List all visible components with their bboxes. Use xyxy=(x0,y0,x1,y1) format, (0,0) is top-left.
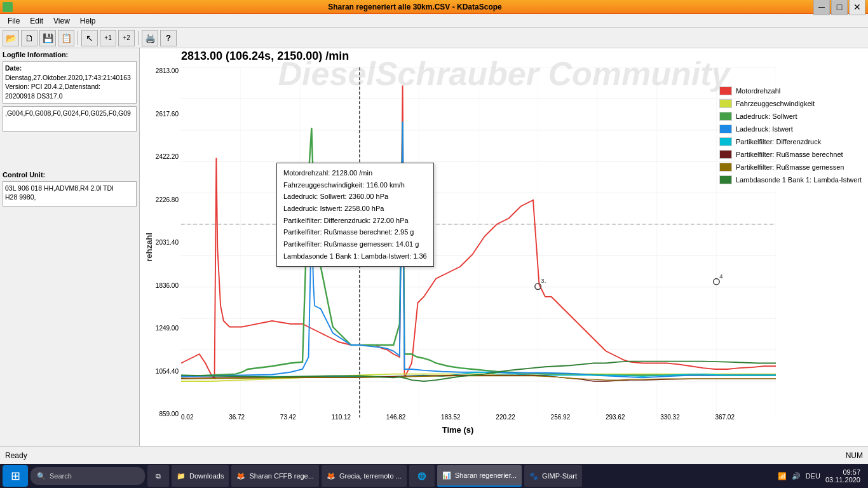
print-button[interactable]: 🖨️ xyxy=(142,30,158,46)
menu-file[interactable]: File xyxy=(3,15,25,27)
save-button[interactable]: 💾 xyxy=(39,30,56,46)
folder-icon: 📁 xyxy=(177,472,186,480)
status-text: Ready xyxy=(5,451,27,460)
separator2 xyxy=(138,31,139,45)
y-label-6: 1249.00 xyxy=(140,325,181,332)
taskbar-app-downloads[interactable]: 📁 Downloads xyxy=(172,465,229,487)
y-label-5: 1836.00 xyxy=(140,282,181,289)
taskbar-app-edge[interactable]: 🌐 xyxy=(409,465,435,487)
tooltip-line-0: Motordrehzahl: 2128.00 /min xyxy=(283,167,427,179)
tooltip-line-3: Ladedruck: Istwert: 2258.00 hPa xyxy=(283,203,427,215)
system-tray: 📶 🔊 DEU 09:57 03.11.2020 xyxy=(773,468,865,484)
date-value: Dienstag,27.Oktober.2020,17:43:21:40163 xyxy=(5,73,134,83)
legend-label-6: Partikelfilter: Rußmasse gemessen xyxy=(736,163,844,171)
channels-value: ,G004,F0,G008,F0,G024,F0,G025,F0,G09 xyxy=(5,109,134,118)
legend-label-0: Motordrehzahl xyxy=(736,87,780,95)
x-label-0: 0.02 xyxy=(181,414,193,421)
app-label-gimp: GIMP-Start xyxy=(542,472,577,480)
legend-item-5: Partikelfilter: Rußmasse berechnet xyxy=(719,150,862,159)
menu-edit[interactable]: Edit xyxy=(25,15,48,27)
plus1-button[interactable]: +1 xyxy=(100,30,116,46)
taskbar-search[interactable]: 🔍 Search xyxy=(31,467,145,485)
legend-label-1: Fahrzeuggeschwindigkeit xyxy=(736,100,815,107)
clock: 09:57 03.11.2020 xyxy=(825,468,860,484)
open-button[interactable]: 📂 xyxy=(3,30,19,46)
x-label-9: 330.32 xyxy=(660,414,680,421)
taskbar-app-firefox2[interactable]: 🦊 Grecia, terremoto ... xyxy=(322,465,407,487)
search-text: Search xyxy=(50,472,72,480)
date-label: Date: xyxy=(5,64,134,73)
legend: Motordrehzahl Fahrzeuggeschwindigkeit La… xyxy=(719,86,862,184)
legend-item-3: Ladedruck: Istwert xyxy=(719,125,862,133)
legend-color-2 xyxy=(719,112,732,121)
edge-icon: 🌐 xyxy=(417,472,426,480)
menu-bar: File Edit View Help xyxy=(0,14,868,28)
legend-item-6: Partikelfilter: Rußmasse gemessen xyxy=(719,163,862,172)
x-label-7: 256.92 xyxy=(551,414,571,421)
maximize-button[interactable]: □ xyxy=(831,0,848,15)
version-value: 20200918 DS317.0 xyxy=(5,92,134,101)
kdatascope-icon: 📊 xyxy=(442,471,451,480)
x-label-10: 367.02 xyxy=(715,414,735,421)
lang-indicator: DEU xyxy=(806,472,820,480)
tooltip-line-1: Fahrzeuggeschwindigkeit: 116.00 km/h xyxy=(283,179,427,191)
legend-item-0: Motordrehzahl xyxy=(719,86,862,95)
x-label-6: 220.22 xyxy=(496,414,515,421)
x-label-5: 183.52 xyxy=(441,414,461,421)
legend-color-5 xyxy=(719,150,732,159)
x-axis-title: Time (s) xyxy=(181,425,735,435)
date-display: 03.11.2020 xyxy=(825,476,860,484)
menu-view[interactable]: View xyxy=(48,15,75,27)
app-label-downloads: Downloads xyxy=(189,472,224,480)
tooltip-box: Motordrehzahl: 2128.00 /min Fahrzeuggesc… xyxy=(276,163,434,267)
separator xyxy=(78,31,78,45)
minimize-button[interactable]: ─ xyxy=(813,0,830,15)
y-label-4: 2031.40 xyxy=(140,239,181,246)
status-bar: Ready NUM xyxy=(0,446,868,464)
network-icon: 📶 xyxy=(778,472,787,480)
legend-label-7: Lambdasonde 1 Bank 1: Lambda-Istwert xyxy=(736,176,862,184)
menu-help[interactable]: Help xyxy=(75,15,101,27)
legend-label-3: Ladedruck: Istwert xyxy=(736,125,793,133)
svg-text:3.: 3. xyxy=(541,277,546,284)
plus2-button[interactable]: +2 xyxy=(118,30,135,46)
control-unit-value: 03L 906 018 HH,ADVM8,R4 2.0l TDI H28 998… xyxy=(5,184,134,202)
help-button[interactable]: ? xyxy=(160,30,177,46)
left-panel: Logfile Information: Date: Dienstag,27.O… xyxy=(0,48,140,446)
legend-color-4 xyxy=(719,137,732,146)
firefox2-icon: 🦊 xyxy=(327,472,336,480)
y-axis: 2813.00 2617.60 2422.20 2226.80 2031.40 … xyxy=(140,67,181,417)
x-axis: 0.02 36.72 73.42 110.12 146.82 183.52 22… xyxy=(181,414,735,421)
x-label-1: 36.72 xyxy=(229,414,245,421)
spacer xyxy=(3,134,137,166)
close-button[interactable]: ✕ xyxy=(849,0,865,15)
taskbar-app-firefox1[interactable]: 🦊 Sharan CFFB rege... xyxy=(231,465,319,487)
taskbar-app-gimp[interactable]: 🐾 GIMP-Start xyxy=(524,465,582,487)
x-label-4: 146.82 xyxy=(386,414,406,421)
status-right: NUM xyxy=(846,451,863,460)
new-button[interactable]: 🗋 xyxy=(21,30,37,46)
title-bar: Sharan regeneriert alle 30km.CSV - KData… xyxy=(0,0,868,14)
cursor-button[interactable]: ↖ xyxy=(81,30,98,46)
time-display: 09:57 xyxy=(825,468,860,476)
chart-area: DieselSchrauber Community 2813.00 (106.2… xyxy=(140,48,868,446)
taskbar-app-kdatascope[interactable]: 📊 Sharan regenerier... xyxy=(437,465,522,487)
start-button[interactable]: ⊞ xyxy=(3,465,28,487)
header-value: 2813.00 (106.24s, 2150.00) /min xyxy=(181,50,349,63)
app-label-firefox2: Grecia, terremoto ... xyxy=(339,472,402,480)
y-label-1: 2617.60 xyxy=(140,111,181,118)
legend-color-1 xyxy=(719,99,732,108)
legend-item-2: Ladedruck: Sollwert xyxy=(719,112,862,121)
taskview-button[interactable]: ⧉ xyxy=(147,465,169,487)
legend-color-3 xyxy=(719,125,732,133)
version-label: Version: PCI 20.4.2,Datenstand: xyxy=(5,82,134,92)
copy-button[interactable]: 📋 xyxy=(58,30,74,46)
y-label-3: 2226.80 xyxy=(140,196,181,203)
toolbar: 📂 🗋 💾 📋 ↖ +1 +2 🖨️ ? xyxy=(0,28,868,48)
legend-color-0 xyxy=(719,86,732,95)
num-indicator: NUM xyxy=(846,451,863,460)
tooltip-line-4: Partikelfilter: Differenzdruck: 272.00 h… xyxy=(283,215,427,227)
chart-svg: 3. 4 xyxy=(181,67,776,417)
legend-item-7: Lambdasonde 1 Bank 1: Lambda-Istwert xyxy=(719,175,862,184)
legend-label-4: Partikelfilter: Differenzdruck xyxy=(736,138,821,146)
